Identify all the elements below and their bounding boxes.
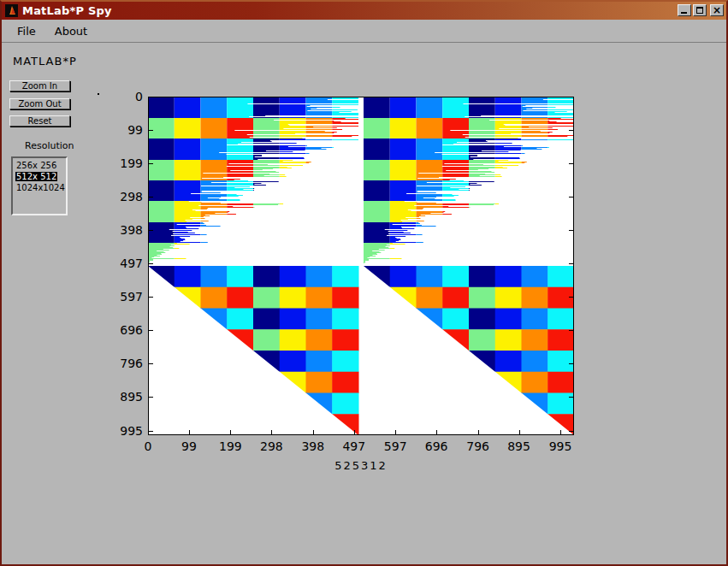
nnz-label: 525312	[297, 459, 425, 472]
y-tick-label: 99	[92, 123, 143, 137]
resolution-listbox: 256x 256 512x 512 1024x1024	[11, 156, 68, 215]
y-tick-label: 398	[92, 223, 143, 237]
resolution-option-256[interactable]: 256x 256	[13, 160, 66, 171]
resolution-option-1024[interactable]: 1024x1024	[13, 182, 66, 193]
resolution-label: Resolution	[25, 140, 74, 151]
menu-file[interactable]: File	[14, 23, 39, 39]
x-tick-label: 995	[536, 439, 584, 453]
resolution-option-512[interactable]: 512x 512	[13, 171, 66, 182]
minimize-icon	[681, 12, 687, 14]
menu-about[interactable]: About	[51, 23, 91, 39]
y-tick-label: 796	[92, 357, 143, 370]
y-tick-label: 696	[92, 323, 143, 337]
y-tick-label: 199	[92, 156, 143, 170]
zoom-in-button[interactable]: Zoom In	[9, 80, 70, 91]
matlab-app-icon	[5, 4, 18, 17]
app-window: MatLab*P Spy × File About MATLAB*P Zoom …	[0, 0, 728, 566]
y-tick-label: 497	[92, 256, 143, 270]
y-tick-label: 298	[92, 190, 143, 203]
spy-plot-area	[148, 97, 574, 435]
window-title: MatLab*P Spy	[22, 4, 112, 17]
close-button[interactable]: ×	[710, 4, 724, 16]
maximize-icon	[696, 7, 703, 14]
maximize-button[interactable]	[693, 4, 707, 16]
y-tick-label: 0	[92, 90, 143, 103]
y-tick-label: 895	[92, 390, 143, 404]
minimize-button[interactable]	[678, 4, 691, 16]
y-tick-label: 995	[92, 424, 143, 438]
titlebar[interactable]: MatLab*P Spy ×	[2, 2, 726, 20]
zoom-out-button[interactable]: Zoom Out	[9, 98, 70, 109]
reset-button[interactable]: Reset	[9, 115, 70, 127]
y-tick-label: 597	[92, 290, 143, 304]
spy-plot-canvas[interactable]	[148, 97, 574, 435]
app-name-label: MATLAB*P	[13, 55, 77, 68]
close-icon: ×	[711, 4, 723, 16]
menubar: File About	[2, 20, 726, 43]
